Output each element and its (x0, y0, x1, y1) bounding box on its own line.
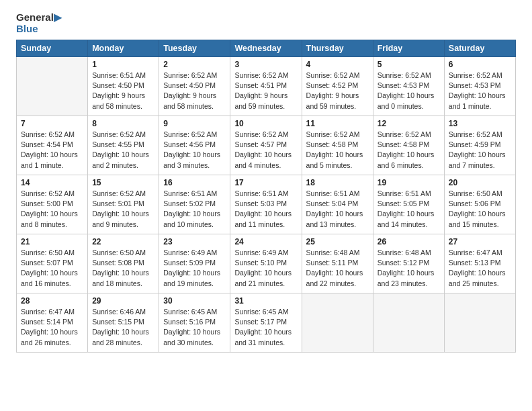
header: General▶ Blue (16, 12, 516, 34)
day-info: Sunrise: 6:49 AM Sunset: 5:09 PM Dayligh… (163, 248, 226, 289)
day-number: 24 (234, 237, 297, 246)
day-info: Sunrise: 6:48 AM Sunset: 5:12 PM Dayligh… (378, 248, 440, 289)
day-number: 27 (449, 237, 511, 246)
day-number: 15 (92, 178, 154, 187)
day-info: Sunrise: 6:52 AM Sunset: 4:57 PM Dayligh… (234, 130, 297, 171)
day-number: 25 (306, 237, 369, 246)
calendar-day-cell: 30Sunrise: 6:45 AM Sunset: 5:16 PM Dayli… (159, 293, 230, 353)
calendar-day-cell: 16Sunrise: 6:51 AM Sunset: 5:02 PM Dayli… (159, 175, 230, 234)
day-info: Sunrise: 6:52 AM Sunset: 4:54 PM Dayligh… (21, 130, 83, 171)
day-info: Sunrise: 6:46 AM Sunset: 5:15 PM Dayligh… (92, 307, 154, 348)
day-info: Sunrise: 6:49 AM Sunset: 5:10 PM Dayligh… (234, 248, 297, 289)
day-info: Sunrise: 6:45 AM Sunset: 5:17 PM Dayligh… (234, 307, 297, 348)
day-info: Sunrise: 6:52 AM Sunset: 4:58 PM Dayligh… (306, 130, 369, 171)
page: General▶ Blue SundayMondayTuesdayWednesd… (0, 0, 532, 361)
calendar-day-cell: 22Sunrise: 6:50 AM Sunset: 5:08 PM Dayli… (88, 234, 159, 293)
calendar-day-cell: 6Sunrise: 6:52 AM Sunset: 4:53 PM Daylig… (444, 57, 515, 116)
day-number: 5 (378, 60, 440, 69)
calendar-day-cell: 8Sunrise: 6:52 AM Sunset: 4:55 PM Daylig… (88, 116, 159, 175)
calendar: SundayMondayTuesdayWednesdayThursdayFrid… (16, 40, 516, 353)
day-number: 30 (163, 296, 226, 306)
day-info: Sunrise: 6:50 AM Sunset: 5:07 PM Dayligh… (21, 248, 83, 289)
calendar-day-cell: 14Sunrise: 6:52 AM Sunset: 5:00 PM Dayli… (17, 175, 88, 234)
day-info: Sunrise: 6:52 AM Sunset: 4:56 PM Dayligh… (163, 130, 226, 171)
day-number: 22 (92, 237, 154, 246)
day-number: 10 (234, 119, 297, 128)
day-number: 11 (306, 119, 369, 128)
day-number: 17 (234, 178, 297, 187)
day-number: 14 (21, 178, 83, 187)
calendar-day-cell: 18Sunrise: 6:51 AM Sunset: 5:04 PM Dayli… (302, 175, 373, 234)
calendar-day-cell: 23Sunrise: 6:49 AM Sunset: 5:09 PM Dayli… (159, 234, 230, 293)
calendar-day-cell: 4Sunrise: 6:52 AM Sunset: 4:52 PM Daylig… (302, 57, 373, 116)
day-info: Sunrise: 6:51 AM Sunset: 4:50 PM Dayligh… (92, 71, 154, 111)
calendar-day-cell: 5Sunrise: 6:52 AM Sunset: 4:53 PM Daylig… (373, 57, 444, 116)
calendar-day-cell: 24Sunrise: 6:49 AM Sunset: 5:10 PM Dayli… (230, 234, 302, 293)
calendar-day-cell: 17Sunrise: 6:51 AM Sunset: 5:03 PM Dayli… (230, 175, 302, 234)
calendar-day-cell: 26Sunrise: 6:48 AM Sunset: 5:12 PM Dayli… (373, 234, 444, 293)
calendar-day-cell (17, 57, 88, 116)
day-info: Sunrise: 6:52 AM Sunset: 4:59 PM Dayligh… (449, 130, 511, 171)
calendar-week-row: 28Sunrise: 6:47 AM Sunset: 5:14 PM Dayli… (17, 293, 516, 353)
day-number: 3 (234, 60, 297, 69)
logo: General▶ Blue (16, 12, 62, 34)
day-info: Sunrise: 6:50 AM Sunset: 5:08 PM Dayligh… (92, 248, 154, 289)
day-number: 21 (21, 237, 83, 246)
calendar-day-cell: 31Sunrise: 6:45 AM Sunset: 5:17 PM Dayli… (230, 293, 302, 353)
calendar-day-cell: 9Sunrise: 6:52 AM Sunset: 4:56 PM Daylig… (159, 116, 230, 175)
day-info: Sunrise: 6:45 AM Sunset: 5:16 PM Dayligh… (163, 307, 226, 348)
day-number: 8 (92, 119, 154, 128)
day-number: 28 (21, 296, 83, 306)
day-info: Sunrise: 6:47 AM Sunset: 5:14 PM Dayligh… (21, 307, 83, 348)
calendar-day-cell: 13Sunrise: 6:52 AM Sunset: 4:59 PM Dayli… (444, 116, 515, 175)
day-number: 31 (234, 296, 297, 306)
weekday-header: Saturday (444, 40, 515, 57)
day-info: Sunrise: 6:51 AM Sunset: 5:05 PM Dayligh… (378, 189, 440, 230)
day-number: 1 (92, 60, 154, 69)
calendar-header-row: SundayMondayTuesdayWednesdayThursdayFrid… (17, 40, 516, 57)
calendar-day-cell: 12Sunrise: 6:52 AM Sunset: 4:58 PM Dayli… (373, 116, 444, 175)
calendar-day-cell (444, 293, 515, 353)
calendar-day-cell: 21Sunrise: 6:50 AM Sunset: 5:07 PM Dayli… (17, 234, 88, 293)
calendar-day-cell: 10Sunrise: 6:52 AM Sunset: 4:57 PM Dayli… (230, 116, 302, 175)
day-number: 9 (163, 119, 226, 128)
day-number: 23 (163, 237, 226, 246)
day-info: Sunrise: 6:52 AM Sunset: 4:50 PM Dayligh… (163, 71, 226, 111)
calendar-day-cell: 25Sunrise: 6:48 AM Sunset: 5:11 PM Dayli… (302, 234, 373, 293)
calendar-week-row: 21Sunrise: 6:50 AM Sunset: 5:07 PM Dayli… (17, 234, 516, 293)
day-info: Sunrise: 6:47 AM Sunset: 5:13 PM Dayligh… (449, 248, 511, 289)
calendar-day-cell: 11Sunrise: 6:52 AM Sunset: 4:58 PM Dayli… (302, 116, 373, 175)
day-number: 13 (449, 119, 511, 128)
day-info: Sunrise: 6:52 AM Sunset: 4:55 PM Dayligh… (92, 130, 154, 171)
calendar-day-cell: 1Sunrise: 6:51 AM Sunset: 4:50 PM Daylig… (88, 57, 159, 116)
day-number: 12 (378, 119, 440, 128)
day-info: Sunrise: 6:50 AM Sunset: 5:06 PM Dayligh… (449, 189, 511, 230)
day-info: Sunrise: 6:52 AM Sunset: 4:53 PM Dayligh… (449, 71, 511, 111)
day-number: 4 (306, 60, 369, 69)
day-number: 16 (163, 178, 226, 187)
calendar-week-row: 7Sunrise: 6:52 AM Sunset: 4:54 PM Daylig… (17, 116, 516, 175)
day-info: Sunrise: 6:51 AM Sunset: 5:04 PM Dayligh… (306, 189, 369, 230)
calendar-week-row: 1Sunrise: 6:51 AM Sunset: 4:50 PM Daylig… (17, 57, 516, 116)
calendar-day-cell: 15Sunrise: 6:52 AM Sunset: 5:01 PM Dayli… (88, 175, 159, 234)
day-info: Sunrise: 6:52 AM Sunset: 5:01 PM Dayligh… (92, 189, 154, 230)
day-info: Sunrise: 6:52 AM Sunset: 5:00 PM Dayligh… (21, 189, 83, 230)
day-info: Sunrise: 6:52 AM Sunset: 4:52 PM Dayligh… (306, 71, 369, 111)
calendar-day-cell: 3Sunrise: 6:52 AM Sunset: 4:51 PM Daylig… (230, 57, 302, 116)
day-info: Sunrise: 6:52 AM Sunset: 4:51 PM Dayligh… (234, 71, 297, 111)
calendar-day-cell (373, 293, 444, 353)
weekday-header: Wednesday (230, 40, 302, 57)
day-number: 7 (21, 119, 83, 128)
day-number: 19 (378, 178, 440, 187)
day-number: 29 (92, 296, 154, 306)
weekday-header: Sunday (17, 40, 88, 57)
calendar-day-cell: 2Sunrise: 6:52 AM Sunset: 4:50 PM Daylig… (159, 57, 230, 116)
calendar-day-cell: 19Sunrise: 6:51 AM Sunset: 5:05 PM Dayli… (373, 175, 444, 234)
day-number: 2 (163, 60, 226, 69)
calendar-day-cell: 28Sunrise: 6:47 AM Sunset: 5:14 PM Dayli… (17, 293, 88, 353)
calendar-day-cell: 7Sunrise: 6:52 AM Sunset: 4:54 PM Daylig… (17, 116, 88, 175)
day-info: Sunrise: 6:51 AM Sunset: 5:02 PM Dayligh… (163, 189, 226, 230)
calendar-day-cell (302, 293, 373, 353)
weekday-header: Friday (373, 40, 444, 57)
day-number: 18 (306, 178, 369, 187)
